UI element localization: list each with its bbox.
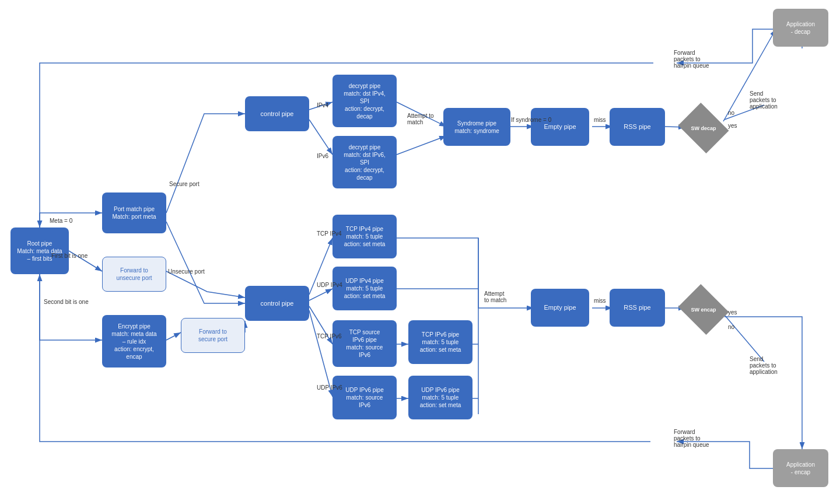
- rss-pipe-bottom: RSS pipe: [610, 289, 665, 327]
- label-unsecure-port: Unsecure port: [168, 268, 205, 275]
- syndrome-pipe: Syndrome pipe match: syndrome: [443, 108, 510, 146]
- sw-encap-diamond: SW encap: [684, 293, 723, 326]
- udp-ipv6-pipe: UDP IPv6 pipe match: 5 tuple action: set…: [408, 376, 473, 419]
- diagram: Root pipe Match: meta data – first bits …: [0, 0, 840, 504]
- label-forward-hairpin-top: Forward packets to hairpin queue: [674, 50, 709, 69]
- tcp-ipv6-pipe: TCP IPv6 pipe match: 5 tuple action: set…: [408, 320, 473, 364]
- udp-ipv4-pipe: UDP IPv4 pipe match: 5 tuple action: set…: [332, 267, 397, 310]
- label-no-bottom: no: [728, 324, 734, 330]
- label-yes-bottom: yes: [728, 309, 737, 316]
- label-send-app-bottom: Send packets to application: [750, 356, 778, 375]
- app-decap: Application - decap: [773, 9, 828, 47]
- label-tcp-ipv4: TCP IPv4: [317, 230, 342, 237]
- control-pipe-bottom: control pipe: [245, 286, 309, 321]
- tcp-source-ipv6-pipe: TCP source IPv6 pipe match: source IPv6: [332, 320, 397, 367]
- label-attempt-match-top: Attempt to match: [407, 113, 434, 125]
- label-second-bit: Second bit is one: [44, 299, 89, 305]
- label-no-top: no: [728, 110, 734, 116]
- decrypt-pipe-ipv6: decrypt pipe match: dst IPv6, SPI action…: [332, 136, 397, 188]
- decrypt-pipe-ipv4: decrypt pipe match: dst IPv4, SPI action…: [332, 75, 397, 127]
- label-yes-top: yes: [728, 123, 737, 129]
- arrows-layer: [0, 0, 840, 504]
- label-send-app-top: Send packets to application: [750, 90, 778, 110]
- root-pipe: Root pipe Match: meta data – first bits: [10, 228, 69, 274]
- app-encap: Application - encap: [773, 449, 828, 487]
- label-udp-ipv4: UDP IPv4: [317, 282, 342, 288]
- forward-unsecure-port: Forward to unsecure port: [102, 257, 166, 292]
- empty-pipe-top: Empty pipe: [531, 108, 589, 146]
- rss-pipe-top: RSS pipe: [610, 108, 665, 146]
- port-match-pipe: Port match pipe Match: port meta: [102, 192, 166, 233]
- control-pipe-top: control pipe: [245, 96, 309, 131]
- label-udp-ipv6: UDP IPv6: [317, 384, 342, 391]
- label-attempt-match-bottom: Attempt to match: [484, 290, 506, 303]
- forward-secure-port: Forward to secure port: [181, 318, 245, 353]
- label-secure-port: Secure port: [169, 181, 200, 187]
- sw-decap-diamond: SW decap: [684, 112, 723, 144]
- encrypt-pipe: Encrypt pipe match: meta data – rule idx…: [102, 315, 166, 368]
- label-ipv4: IPv4: [317, 102, 328, 108]
- label-forward-hairpin-bottom: Forward packets to hairpin queue: [674, 429, 709, 448]
- tcp-ipv4-pipe: TCP IPv4 pipe match: 5 tuple action: set…: [332, 215, 397, 258]
- label-if-syndrome: If syndrome = 0: [511, 117, 551, 123]
- label-tcp-ipv6: TCP IPv6: [317, 333, 342, 340]
- label-meta-0: Meta = 0: [50, 218, 72, 224]
- empty-pipe-bottom: Empty pipe: [531, 289, 589, 327]
- udp-ipv6-pipe-src: UDP IPv6 pipe match: source IPv6: [332, 376, 397, 419]
- label-ipv6: IPv6: [317, 153, 328, 159]
- label-miss-top: miss: [594, 117, 606, 123]
- label-miss-bottom: miss: [594, 298, 606, 304]
- label-first-bit: First bit is one: [51, 253, 88, 259]
